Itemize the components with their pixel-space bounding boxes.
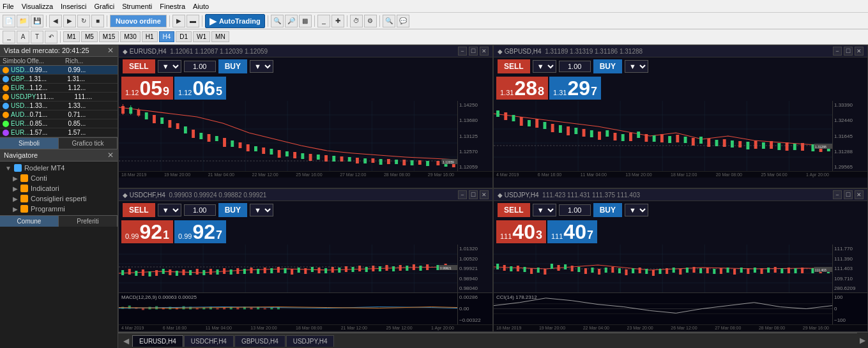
menu-grafici[interactable]: Grafici	[94, 3, 114, 10]
menu-inserisci[interactable]: Inserisci	[61, 3, 86, 10]
gbpusd-sell-button[interactable]: SELL	[498, 59, 530, 73]
eurusd-buy-dropdown[interactable]: ▼	[250, 60, 273, 73]
chart-usdjpy-minimize[interactable]: −	[833, 190, 842, 199]
svg-rect-48	[387, 159, 390, 164]
chart-usdchf-close[interactable]: ✕	[480, 190, 489, 199]
tf-h4-btn[interactable]: H4	[159, 31, 175, 42]
toolbar-open-btn[interactable]: 📁	[17, 15, 29, 27]
menu-file[interactable]: File	[3, 3, 14, 10]
navigator-close[interactable]: ✕	[107, 151, 114, 160]
toolbar-expert2-btn[interactable]: ▬	[187, 15, 199, 27]
chart-eurusd-close[interactable]: ✕	[480, 47, 489, 56]
tf-m30-btn[interactable]: M30	[120, 31, 140, 42]
tabs-scroll-right[interactable]: ▶	[857, 336, 868, 345]
gbpusd-sell-dropdown[interactable]: ▼	[533, 60, 556, 73]
tab-usdjpy-h4[interactable]: USDJPY,H4	[286, 335, 335, 347]
usdjpy-buy-button[interactable]: BUY	[593, 203, 622, 217]
tf-m15-btn[interactable]: M15	[99, 31, 119, 42]
nav-item-conti[interactable]: ▶ Conti	[0, 173, 118, 183]
toolbar-msg-btn[interactable]: 💬	[397, 15, 409, 27]
usdchf-sell-button[interactable]: SELL	[123, 203, 155, 217]
nav-item-consiglieri[interactable]: ▶ Consiglieri esperti	[0, 193, 118, 204]
tab-grafico-tick[interactable]: Grafico tick	[59, 138, 118, 149]
chart-gbpusd-controls: − ☐ ✕	[833, 47, 864, 56]
tabs-scroll-left[interactable]: ◀	[121, 337, 132, 345]
usdjpy-buy-dropdown[interactable]: ▼	[625, 204, 648, 216]
nav-item-indicatori[interactable]: ▶ Indicatori	[0, 183, 118, 193]
tab-preferiti[interactable]: Preferiti	[59, 216, 118, 227]
toolbar-zoom-in-btn[interactable]: 🔍	[271, 15, 284, 27]
chart-eurusd-maximize[interactable]: ☐	[469, 47, 478, 56]
list-item[interactable]: GBP... 1.31... 1.31...	[0, 75, 118, 84]
toolbar-draw2-btn[interactable]: A	[17, 31, 29, 43]
tab-comune[interactable]: Comune	[0, 216, 59, 227]
tf-m5-btn[interactable]: M5	[81, 31, 98, 42]
chart-gbpusd-close[interactable]: ✕	[855, 47, 864, 56]
menu-strumenti[interactable]: Strumenti	[122, 3, 152, 10]
toolbar-draw1-btn[interactable]: ⎯	[3, 31, 15, 43]
list-item[interactable]: USD... 0.99... 0.99...	[0, 66, 118, 75]
usdjpy-qty-input[interactable]	[559, 204, 591, 216]
tab-usdchf-h4[interactable]: USDCHF,H4	[184, 335, 234, 347]
tab-eurusd-h4[interactable]: EURUSD,H4	[132, 335, 183, 347]
toolbar-chart-btn[interactable]: ▩	[299, 15, 312, 27]
gbpusd-qty-input[interactable]	[559, 61, 591, 72]
usdchf-sell-dropdown[interactable]: ▼	[158, 204, 181, 216]
menu-visualizza[interactable]: Visualizza	[22, 3, 53, 10]
usdchf-qty-input[interactable]	[184, 204, 216, 216]
toolbar-zoom-out-btn[interactable]: 🔎	[285, 15, 298, 27]
tf-d1-btn[interactable]: D1	[176, 31, 192, 42]
toolbar-alert-btn[interactable]: ⚙	[364, 15, 377, 27]
list-item[interactable]: EUR... 1.57... 1.57...	[0, 128, 118, 137]
toolbar-cross-btn[interactable]: ✚	[331, 15, 344, 27]
eurusd-sell-dropdown[interactable]: ▼	[158, 60, 181, 73]
usdjpy-sell-dropdown[interactable]: ▼	[533, 204, 556, 216]
toolbar-line-btn[interactable]: ⎯	[317, 15, 330, 27]
list-item[interactable]: EUR... 0.85... 0.85...	[0, 119, 118, 128]
list-item[interactable]: EUR... 1.12... 1.12...	[0, 84, 118, 93]
svg-rect-93	[668, 136, 671, 143]
toolbar-new-btn[interactable]: 📄	[3, 15, 15, 27]
toolbar-expert1-btn[interactable]: ▶	[172, 15, 185, 27]
toolbar-refresh-btn[interactable]: ↻	[77, 15, 90, 27]
toolbar-search-btn[interactable]: 🔍	[383, 15, 395, 27]
new-order-button[interactable]: Nuovo ordine	[110, 15, 167, 27]
usdchf-buy-dropdown[interactable]: ▼	[250, 204, 273, 216]
list-item[interactable]: USDJPY 111.... 111....	[0, 93, 118, 102]
nav-item-rodeler[interactable]: ▼ Rodeler MT4	[0, 163, 118, 173]
toolbar-save-btn[interactable]: 💾	[31, 15, 43, 27]
tf-mn-btn[interactable]: MN	[211, 31, 229, 42]
market-watch-close[interactable]: ✕	[107, 46, 114, 55]
usdjpy-sell-button[interactable]: SELL	[498, 203, 530, 217]
chart-eurusd-minimize[interactable]: −	[458, 47, 467, 56]
chart-usdjpy-maximize[interactable]: ☐	[844, 190, 853, 199]
chart-gbpusd-minimize[interactable]: −	[833, 47, 842, 56]
auto-trading-button[interactable]: ▶ AutoTrading	[205, 14, 265, 28]
toolbar-draw3-btn[interactable]: T	[31, 31, 43, 43]
eurusd-sell-button[interactable]: SELL	[123, 59, 155, 73]
toolbar-stop-btn[interactable]: ■	[91, 15, 104, 27]
toolbar-period-btn[interactable]: ⏱	[350, 15, 363, 27]
list-item[interactable]: USD... 1.33... 1.33...	[0, 102, 118, 110]
chart-usdchf-maximize[interactable]: ☐	[469, 190, 478, 199]
tf-h1-btn[interactable]: H1	[142, 31, 158, 42]
toolbar-cursor-btn[interactable]: ↶	[45, 31, 57, 43]
toolbar-back-btn[interactable]: ◀	[49, 15, 62, 27]
eurusd-qty-input[interactable]	[184, 61, 216, 72]
eurusd-buy-button[interactable]: BUY	[218, 59, 247, 73]
toolbar-fwd-btn[interactable]: ▶	[63, 15, 76, 27]
menu-aiuto[interactable]: Aiuto	[193, 3, 209, 10]
usdchf-buy-button[interactable]: BUY	[218, 203, 247, 217]
tab-gbpusd-h4[interactable]: GBPUSD,H4	[234, 335, 286, 347]
chart-gbpusd-maximize[interactable]: ☐	[844, 47, 853, 56]
chart-usdjpy-close[interactable]: ✕	[855, 190, 864, 199]
tf-w1-btn[interactable]: W1	[193, 31, 210, 42]
chart-usdchf-minimize[interactable]: −	[458, 190, 467, 199]
menu-finestra[interactable]: Finestra	[160, 3, 185, 10]
list-item[interactable]: AUD... 0.71... 0.71...	[0, 110, 118, 119]
gbpusd-buy-dropdown[interactable]: ▼	[625, 60, 648, 73]
nav-item-programmi[interactable]: ▶ Programmi	[0, 204, 118, 214]
tab-simboli[interactable]: Simboli	[0, 138, 59, 149]
tf-m1-btn[interactable]: M1	[63, 31, 80, 42]
gbpusd-buy-button[interactable]: BUY	[593, 59, 622, 73]
